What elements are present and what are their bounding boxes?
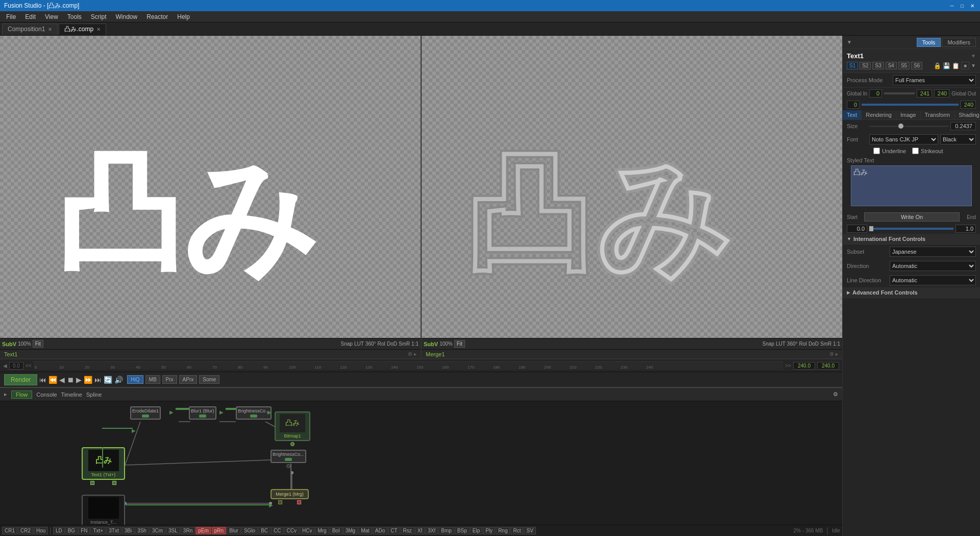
status-ado[interactable]: ADo	[373, 527, 387, 534]
status-rsz[interactable]: Rsz	[401, 527, 414, 534]
btn-next-frame[interactable]: ⏭	[94, 376, 102, 384]
font-color-select[interactable]: Black	[940, 134, 976, 144]
menu-edit[interactable]: Edit	[21, 12, 40, 21]
status-rng[interactable]: Rng	[496, 527, 510, 534]
node-brightness1[interactable]: BrightnessCo...	[236, 406, 272, 420]
status-fn[interactable]: FN	[78, 527, 90, 534]
status-3rn[interactable]: 3Rn	[181, 527, 195, 534]
mb-btn[interactable]: MB	[145, 375, 160, 384]
btn-loop[interactable]: 🔄	[104, 376, 112, 384]
write-on-button[interactable]: Write On	[864, 212, 960, 222]
status-hcv[interactable]: HCv	[300, 527, 314, 534]
status-ply[interactable]: Ply	[483, 527, 495, 534]
play-back[interactable]: ◀	[3, 363, 7, 369]
status-ld[interactable]: LD	[53, 527, 65, 534]
node-blur[interactable]: Blur1 (Blur)	[189, 406, 216, 420]
timeline-tab[interactable]: Timeline	[61, 392, 82, 398]
font-select[interactable]: Noto Sans CJK JP	[869, 134, 938, 144]
menu-help[interactable]: Help	[173, 12, 194, 21]
menu-tools[interactable]: Tools	[63, 12, 86, 21]
menu-reactor[interactable]: Reactor	[142, 12, 172, 21]
text1-port-right[interactable]	[112, 481, 116, 485]
btn-go-start[interactable]: ⏮	[39, 376, 46, 384]
node-text1[interactable]: 凸み Text1 (Txt+)	[82, 447, 125, 485]
merge1-port-right[interactable]	[297, 500, 301, 504]
global-in-slider[interactable]	[884, 92, 915, 94]
status-bg[interactable]: BG	[65, 527, 78, 534]
text1-port-left[interactable]	[90, 481, 94, 485]
color-box[interactable]: ■	[961, 62, 969, 69]
hiq-btn[interactable]: HiQ	[127, 375, 143, 384]
node-merge1[interactable]: Merge1 (Mrg)	[271, 489, 309, 504]
status-cr2[interactable]: CR2	[18, 527, 33, 534]
status-rct[interactable]: Rct	[510, 527, 523, 534]
subtab-shading[interactable]: Shading	[954, 110, 980, 119]
maximize-button[interactable]: □	[959, 2, 966, 9]
status-bsp[interactable]: BSp	[455, 527, 470, 534]
status-pem[interactable]: pEm	[195, 527, 211, 534]
subtab-image[interactable]: Image	[896, 110, 921, 119]
adv-font-header[interactable]: ▶ Advanced Font Controls	[843, 287, 980, 298]
subtab-text[interactable]: Text	[843, 110, 862, 119]
bitmap1-port[interactable]	[290, 442, 295, 446]
status-mrg[interactable]: Mrg	[315, 527, 329, 534]
btn-stop[interactable]: ⏹	[67, 376, 74, 384]
some-btn[interactable]: Some	[199, 375, 219, 384]
btn-play[interactable]: ▶	[76, 376, 82, 384]
status-sv[interactable]: SV	[524, 527, 535, 534]
global-range-slider[interactable]	[862, 104, 959, 106]
node-erode[interactable]: ErodeDilate1	[130, 406, 161, 420]
btn-s2[interactable]: S2	[860, 62, 871, 69]
styled-text-area[interactable]: 凸み	[851, 165, 972, 206]
status-3cm[interactable]: 3Cm	[150, 527, 165, 534]
status-sglo[interactable]: SGlo	[241, 527, 258, 534]
strikeout-label[interactable]: Strikeout	[912, 148, 943, 154]
node-bitmap1[interactable]: 凸み Bitmap1	[275, 411, 310, 446]
close-composition1[interactable]: ✕	[48, 27, 52, 32]
status-3txt[interactable]: 3Txt	[106, 527, 121, 534]
lock-icon[interactable]: 🔒	[934, 62, 941, 69]
direction-select[interactable]: Automatic	[890, 261, 976, 271]
merge1-port-left[interactable]	[278, 500, 282, 504]
status-3sh[interactable]: 3Sh	[135, 527, 149, 534]
strikeout-checkbox[interactable]	[912, 148, 919, 154]
status-3mg[interactable]: 3Mg	[343, 527, 358, 534]
close-comp-file[interactable]: ✕	[96, 27, 101, 32]
status-3bi[interactable]: 3Bi	[122, 527, 134, 534]
btn-s4[interactable]: S4	[886, 62, 897, 69]
tab-composition1[interactable]: Composition1 ✕	[2, 23, 58, 35]
status-bc[interactable]: BC	[258, 527, 271, 534]
int-font-header[interactable]: ▼ International Font Controls	[843, 234, 980, 245]
status-mat[interactable]: Mat	[358, 527, 372, 534]
btn-next[interactable]: ⏩	[84, 376, 92, 384]
writeon-slider[interactable]	[869, 228, 953, 230]
prx-btn[interactable]: Prx	[162, 375, 177, 384]
btn-prev-frame[interactable]: ⏪	[48, 376, 57, 384]
writeon-thumb[interactable]	[869, 226, 873, 231]
arrow-icon[interactable]: ▼	[971, 63, 976, 68]
status-ct[interactable]: CT	[388, 527, 400, 534]
viewer-right-canvas[interactable]: 凸 み 凸 み	[422, 36, 842, 338]
render-button[interactable]: Render	[4, 374, 37, 385]
underline-checkbox[interactable]	[873, 148, 880, 154]
minimize-button[interactable]: ─	[948, 2, 955, 9]
underline-label[interactable]: Underline	[873, 148, 906, 154]
panel-chevron[interactable]: ▼	[847, 39, 852, 45]
aprx-btn[interactable]: APrx	[179, 375, 198, 384]
spline-tab[interactable]: Spline	[86, 392, 102, 398]
save-icon[interactable]: 💾	[943, 62, 950, 69]
btn-s6[interactable]: S6	[911, 62, 922, 69]
subset-select[interactable]: Japanese	[890, 247, 976, 257]
node-brightness2[interactable]: BrightnessCo...	[271, 450, 306, 468]
line-direction-select[interactable]: Automatic	[890, 275, 976, 285]
brightness2-port[interactable]	[286, 464, 290, 468]
node-collapse[interactable]: ▼	[971, 53, 976, 59]
menu-script[interactable]: Script	[87, 12, 111, 21]
status-bol[interactable]: BoI	[330, 527, 342, 534]
status-bmp[interactable]: Bmp	[438, 527, 454, 534]
settings-icon[interactable]: ⚙	[833, 391, 838, 398]
flow-tab[interactable]: Flow	[11, 391, 32, 399]
status-xf[interactable]: Xf	[415, 527, 425, 534]
fit-btn-right[interactable]: Fit	[454, 340, 465, 348]
status-txt[interactable]: Txt+	[90, 527, 106, 534]
